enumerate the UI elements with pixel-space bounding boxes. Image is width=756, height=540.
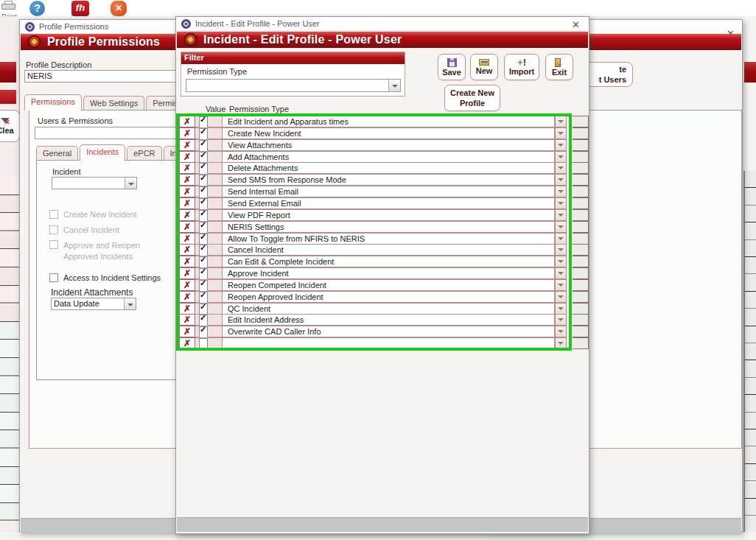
permission-dropdown-button[interactable] xyxy=(555,279,567,291)
value-cell: ✓ xyxy=(195,314,222,326)
permission-type-value[interactable]: Create New Incident xyxy=(222,127,555,139)
permission-type-filter-dropdown[interactable] xyxy=(186,79,401,92)
delete-row-button[interactable]: ✗ xyxy=(179,127,195,139)
permission-row: ✗✓Reopen Approved Incident xyxy=(176,291,589,303)
permission-type-value[interactable]: QC Incident xyxy=(222,303,555,315)
delete-row-button[interactable]: ✗ xyxy=(179,337,195,349)
delete-row-button[interactable]: ✗ xyxy=(179,221,195,233)
permission-type-value[interactable]: Send SMS from Response Mode xyxy=(222,174,555,186)
save-button[interactable]: Save xyxy=(438,54,466,80)
delete-row-button[interactable]: ✗ xyxy=(179,139,195,151)
approve-reopen-checkbox[interactable] xyxy=(49,240,58,249)
permission-type-value[interactable]: View Attachments xyxy=(222,139,555,151)
grid-extra-cell xyxy=(573,197,589,209)
value-cell: ✓ xyxy=(195,267,222,279)
delete-row-button[interactable]: ✗ xyxy=(179,326,195,337)
permission-type-value[interactable]: Add Attachments xyxy=(222,151,555,163)
dropdown-button[interactable] xyxy=(125,178,136,189)
permission-checkbox[interactable] xyxy=(199,338,208,350)
import-button[interactable]: +! Import xyxy=(504,54,539,80)
cancel-incident-checkbox[interactable] xyxy=(49,225,58,234)
delete-row-button[interactable]: ✗ xyxy=(179,291,195,303)
delete-row-button[interactable]: ✗ xyxy=(179,267,195,279)
permission-dropdown-button[interactable] xyxy=(555,291,567,303)
permission-dropdown-button[interactable] xyxy=(555,174,567,186)
access-incident-settings-checkbox[interactable] xyxy=(49,273,58,282)
approve-reopen-checkbox-row: Approve and Reopen Approved Incidents xyxy=(49,240,171,262)
incident-attachments-dropdown[interactable]: Data Update xyxy=(51,298,136,310)
permission-dropdown-button[interactable] xyxy=(555,314,567,326)
delete-row-button[interactable]: ✗ xyxy=(179,256,195,267)
permission-dropdown-button[interactable] xyxy=(555,326,567,337)
permission-type-value[interactable]: Approve Incident xyxy=(222,267,555,279)
delete-row-button[interactable]: ✗ xyxy=(179,233,195,245)
dropdown-button[interactable] xyxy=(388,80,400,91)
tab-incidents[interactable]: Incidents xyxy=(80,144,125,161)
delete-row-button[interactable]: ✗ xyxy=(179,151,195,163)
permission-dropdown-button[interactable] xyxy=(555,256,567,267)
permission-type-value[interactable]: Cancel Incident xyxy=(222,244,555,256)
delete-row-button[interactable]: ✗ xyxy=(179,279,195,291)
permission-dropdown-button[interactable] xyxy=(555,303,567,315)
create-new-profile-button[interactable]: Create New Profile xyxy=(444,85,500,111)
delete-row-button[interactable]: ✗ xyxy=(179,209,195,221)
delete-row-button[interactable]: ✗ xyxy=(179,314,195,326)
tab-permissions[interactable]: Permissions xyxy=(24,94,82,111)
permission-type-value[interactable]: NERIS Settings xyxy=(222,221,555,233)
delete-row-button[interactable]: ✗ xyxy=(179,116,195,127)
permission-type-value[interactable]: View PDF Report xyxy=(222,209,555,221)
new-button[interactable]: New xyxy=(470,54,498,80)
permission-dropdown-button[interactable] xyxy=(555,127,567,139)
permission-type-value[interactable]: Edit Incident and Apparatus times xyxy=(222,116,555,127)
firehouse-logo-icon[interactable]: fh xyxy=(71,1,89,16)
tab-web-settings[interactable]: Web Settings xyxy=(83,96,144,111)
permission-dropdown-button[interactable] xyxy=(555,197,567,209)
create-new-incident-checkbox[interactable] xyxy=(49,210,58,219)
permission-checkbox[interactable]: ✓ xyxy=(199,326,208,338)
background-table-right xyxy=(743,171,756,540)
background-table-row xyxy=(0,467,21,485)
dropdown-button[interactable] xyxy=(124,298,136,309)
delete-row-button[interactable]: ✗ xyxy=(179,174,195,186)
delete-row-button[interactable]: ✗ xyxy=(179,197,195,209)
permission-dropdown-button[interactable] xyxy=(555,151,567,163)
permission-dropdown-button[interactable] xyxy=(555,244,567,256)
delete-row-button[interactable]: ✗ xyxy=(179,186,195,197)
permission-type-value[interactable]: Reopen Competed Incident xyxy=(222,279,555,291)
incident-window-titlebar-text: Incident - Edit Profile - Power User xyxy=(195,19,320,28)
permission-type-value[interactable]: Can Edit & Complete Incident xyxy=(222,256,555,267)
permission-type-value[interactable]: Send Internal Email xyxy=(222,186,555,197)
permission-dropdown-button[interactable] xyxy=(555,116,567,127)
permission-dropdown-button[interactable] xyxy=(555,162,567,174)
permission-dropdown-button[interactable] xyxy=(555,267,567,279)
delete-row-button[interactable]: ✗ xyxy=(179,303,195,315)
background-table-row xyxy=(745,360,756,377)
permission-dropdown-button[interactable] xyxy=(555,209,567,221)
permission-dropdown-button[interactable] xyxy=(555,221,567,233)
permission-type-value[interactable]: Reopen Approved Incident xyxy=(222,291,555,303)
tab-epcr[interactable]: ePCR xyxy=(127,146,161,161)
tab-general[interactable]: General xyxy=(36,146,78,161)
incident-window-titlebar[interactable]: Incident - Edit Profile - Power User xyxy=(176,17,589,31)
incident-dropdown[interactable] xyxy=(52,177,137,189)
permission-type-value[interactable]: Overwrite CAD Caller Info xyxy=(222,326,555,337)
close-app-icon[interactable]: ✕ xyxy=(111,1,127,16)
grid-extra-cell xyxy=(573,233,589,245)
permission-type-value[interactable]: Allow To Toggle from NFIRS to NERIS xyxy=(222,233,555,245)
delete-row-button[interactable]: ✗ xyxy=(179,244,195,256)
profile-permissions-titlebar-text: Profile Permissions xyxy=(39,22,108,31)
permission-type-value[interactable]: Delete Attachments xyxy=(222,162,555,174)
delete-row-button[interactable]: ✗ xyxy=(179,162,195,174)
clear-button[interactable]: ✕ Clea xyxy=(0,110,20,142)
permission-type-value[interactable]: Edit Incident Address xyxy=(222,314,555,326)
incident-window-close-icon[interactable]: ✕ xyxy=(572,20,580,29)
permission-dropdown-button[interactable] xyxy=(555,233,567,245)
permission-type-value[interactable]: Send External Email xyxy=(222,197,555,209)
exit-button[interactable]: ← Exit xyxy=(545,54,573,80)
help-button[interactable]: ? xyxy=(29,1,45,16)
permission-dropdown-button[interactable] xyxy=(555,186,567,197)
permission-dropdown-button[interactable] xyxy=(555,139,567,151)
permission-type-value[interactable] xyxy=(222,337,555,349)
permission-dropdown-button[interactable] xyxy=(555,337,567,349)
background-table-row xyxy=(745,446,756,463)
